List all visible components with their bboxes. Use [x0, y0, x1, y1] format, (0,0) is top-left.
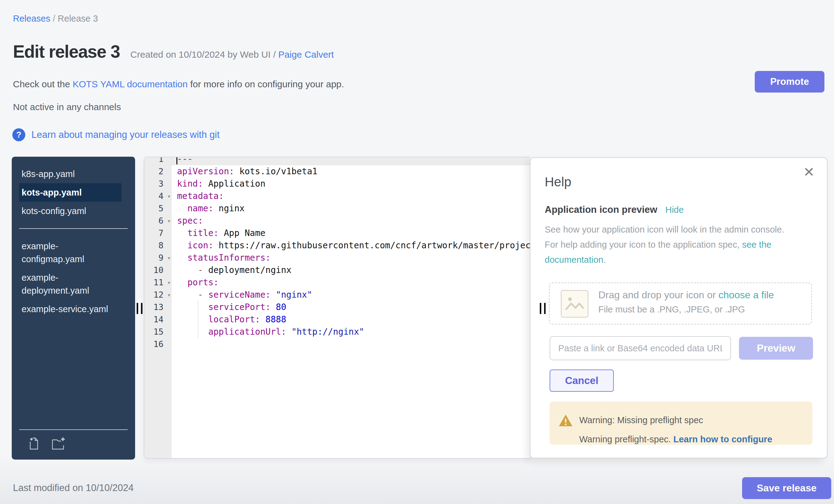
code-line[interactable]: title: App Name — [172, 227, 530, 239]
file-item[interactable]: kots-config.yaml — [19, 202, 122, 220]
promote-button[interactable]: Promote — [755, 71, 825, 92]
gutter-line-number[interactable]: 9▾ — [144, 252, 172, 264]
breadcrumb: Releases / Release 3 — [13, 14, 98, 24]
gutter-line-number: 14 — [144, 313, 172, 326]
breadcrumb-releases-link[interactable]: Releases — [13, 14, 50, 23]
code-line[interactable] — [172, 338, 530, 350]
created-by-link[interactable]: Paige Calvert — [278, 49, 334, 60]
gutter-line-number[interactable]: 4▾ — [144, 190, 172, 202]
code-line[interactable]: icon: https://raw.githubusercontent.com/… — [172, 239, 530, 252]
text-cursor — [176, 157, 177, 165]
yaml-editor[interactable]: 1234▾56▾789▾1011▾12▾13141516 ---apiVersi… — [144, 157, 530, 459]
file-list-top: k8s-app.yamlkots-app.yamlkots-config.yam… — [12, 165, 135, 220]
warning-icon — [558, 413, 573, 428]
icon-url-input[interactable] — [550, 336, 731, 360]
learn-configure-link[interactable]: Learn how to configure — [673, 434, 772, 444]
warning-title: Warning: Missing preflight spec — [579, 415, 703, 425]
preview-button[interactable]: Preview — [739, 337, 813, 360]
add-folder-icon[interactable] — [50, 436, 65, 451]
icon-dropzone[interactable]: Drag and drop your icon or choose a file… — [549, 283, 812, 325]
icon-preview-description: See how your application icon will look … — [545, 222, 794, 267]
choose-file-link[interactable]: choose a file — [719, 289, 774, 301]
close-icon[interactable]: ✕ — [803, 165, 815, 179]
warning-detail: Warning preflight-spec. Learn how to con… — [579, 434, 772, 444]
code-line[interactable]: servicePort: 80 — [172, 301, 530, 313]
file-item[interactable]: k8s-app.yaml — [19, 165, 122, 183]
channel-status: Not active in any channels — [13, 102, 121, 112]
gutter-line-number: 7 — [144, 227, 172, 239]
git-releases-link[interactable]: Learn about managing your releases with … — [31, 129, 220, 140]
file-list-divider — [19, 228, 128, 229]
breadcrumb-separator: / — [53, 14, 58, 23]
code-line[interactable]: - serviceName: "nginx" — [172, 289, 530, 301]
title-row: Edit release 3 Created on 10/10/2024 by … — [13, 41, 334, 62]
code-line[interactable]: statusInformers: — [172, 252, 530, 264]
gutter-line-number: 13 — [144, 301, 172, 313]
gutter-line-number: 1 — [144, 157, 172, 165]
code-line[interactable]: ports: — [172, 276, 530, 289]
editor-gutter-rows: 1234▾56▾789▾1011▾12▾13141516 — [144, 157, 172, 350]
add-file-icon[interactable] — [26, 436, 41, 451]
dropzone-requirements: File must be a .PNG, .JPEG, or .JPG — [598, 304, 774, 314]
code-line[interactable]: localPort: 8888 — [172, 313, 530, 326]
fold-arrow-icon: ▾ — [167, 190, 171, 202]
gutter-line-number: 3 — [144, 178, 172, 190]
fold-arrow-icon: ▾ — [167, 252, 171, 264]
gutter-line-number[interactable]: 6▾ — [144, 215, 172, 227]
code-line[interactable]: applicationUrl: "http://nginx" — [172, 326, 530, 338]
code-line[interactable]: apiVersion: kots.io/v1beta1 — [172, 165, 530, 178]
sidebar-resize-handle[interactable] — [137, 303, 142, 314]
file-item[interactable]: kots-app.yaml — [19, 183, 122, 202]
code-line[interactable]: spec: — [172, 215, 530, 227]
fold-arrow-icon: ▾ — [167, 215, 171, 227]
doc-hint: Check out the KOTS YAML documentation fo… — [13, 79, 344, 89]
help-panel: ✕ Help Application icon preview Hide See… — [530, 157, 828, 458]
gutter-line-number: 16 — [144, 338, 172, 350]
code-line[interactable]: - deployment/nginx — [172, 264, 530, 276]
sidebar-actions — [19, 429, 128, 460]
gutter-line-number: 5 — [144, 202, 172, 215]
file-sidebar: k8s-app.yamlkots-app.yamlkots-config.yam… — [12, 157, 135, 460]
dropzone-text: Drag and drop your icon or choose a file… — [598, 289, 774, 314]
help-panel-title: Help — [545, 175, 571, 190]
code-line[interactable]: metadata: — [172, 190, 530, 202]
code-lines[interactable]: ---apiVersion: kots.io/v1beta1kind: Appl… — [172, 157, 530, 350]
file-item[interactable]: example-configmap.yaml — [19, 237, 122, 268]
fold-arrow-icon: ▾ — [167, 276, 171, 289]
question-icon: ? — [12, 128, 25, 141]
cancel-button[interactable]: Cancel — [550, 370, 614, 392]
gutter-line-number[interactable]: 12▾ — [144, 289, 172, 301]
last-modified-text: Last modified on 10/10/2024 — [13, 482, 134, 494]
hide-link[interactable]: Hide — [665, 205, 684, 215]
page-title: Edit release 3 — [13, 41, 120, 62]
help-panel-resize-handle[interactable] — [540, 303, 546, 314]
created-info: Created on 10/10/2024 by Web UI / Paige … — [130, 49, 334, 60]
git-help-row: ? Learn about managing your releases wit… — [12, 128, 220, 141]
gutter-line-number[interactable]: 11▾ — [144, 276, 172, 289]
file-item[interactable]: example-service.yaml — [19, 300, 122, 318]
gutter-line-number: 8 — [144, 239, 172, 252]
gutter-line-number: 2 — [144, 165, 172, 178]
code-line[interactable]: --- — [172, 157, 530, 165]
file-list-bottom: example-configmap.yamlexample-deployment… — [12, 237, 135, 318]
save-release-button[interactable]: Save release — [742, 477, 831, 499]
gutter-line-number: 10 — [144, 264, 172, 276]
image-placeholder-icon — [561, 290, 589, 318]
breadcrumb-current: Release 3 — [58, 14, 98, 23]
icon-preview-title: Application icon preview — [545, 204, 657, 215]
indent-guide — [198, 301, 198, 338]
kots-yaml-doc-link[interactable]: KOTS YAML documentation — [72, 79, 188, 89]
preflight-warning: Warning: Missing preflight spec Warning … — [550, 401, 812, 445]
file-item[interactable]: example-deployment.yaml — [19, 268, 122, 300]
fold-arrow-icon: ▾ — [167, 289, 171, 301]
gutter-line-number: 15 — [144, 326, 172, 338]
code-line[interactable]: kind: Application — [172, 178, 530, 190]
code-line[interactable]: name: nginx — [172, 202, 530, 215]
